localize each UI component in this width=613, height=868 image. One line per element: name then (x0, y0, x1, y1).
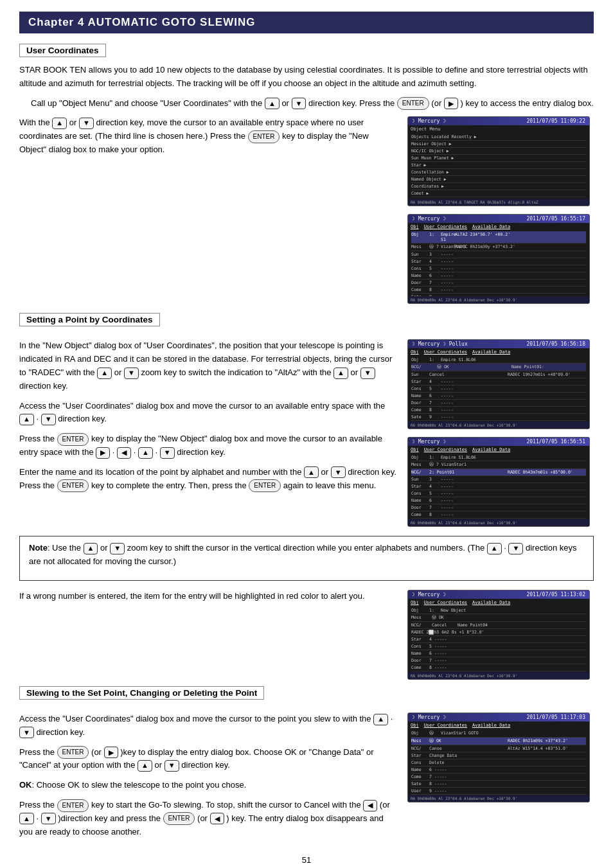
scope-row: Mess Ⓦ OK (411, 614, 586, 622)
key-left-1: ◀ (117, 447, 131, 459)
note-box: Note: Use the ▲ or ▼ zoom key to shift t… (19, 536, 594, 581)
key-up-6: ▲ (138, 447, 153, 459)
scope-row: Coordinates ▶ (411, 183, 586, 190)
note-col-left: If a wrong number is entered, the item f… (19, 590, 397, 680)
scope-menu-1: Object Menu (408, 127, 589, 132)
scope-row: Cons Delete (411, 759, 586, 766)
scope-row: Mess Ⓦ 7 VizanStar1 (411, 461, 586, 469)
para-sp-1: In the "New Object" dialog box of "User … (19, 339, 397, 393)
menu-item-object: Object Menu (411, 127, 440, 132)
para-uc-1: STAR BOOK TEN allows you to add 10 new o… (19, 64, 594, 91)
para-note-extra: If a wrong number is entered, the item f… (19, 590, 397, 603)
scope-row-h: Obj 1: Empire S1 ALTAZ 234°50.7' +00.2' (411, 231, 586, 244)
setting-col-left-1: In the "New Object" dialog box of "User … (19, 339, 397, 527)
scope-row: NCG/ Ⓦ OK Name Point01: (411, 364, 586, 371)
scope-row: Sun Cancel RADEC 19h27m01s +40°09.0' (411, 371, 586, 378)
key-down-2: ▼ (79, 118, 94, 129)
key-right-2: ▶ (96, 447, 110, 459)
key-up-3: ▲ (97, 368, 112, 379)
para-sp-4: Enter the name and its location of the p… (19, 466, 397, 493)
section-user-coordinates: User Coordinates STAR BOOK TEN allows yo… (19, 44, 594, 304)
scope-row: NCG/ Canoe AltAz W15°14.4 +83°51.0' (411, 745, 586, 752)
key-up-s: ▲ (373, 714, 388, 725)
scope-row: Star4----- (411, 378, 586, 385)
scope-row: Obj 1: Empire S1.BL06 (411, 454, 586, 461)
scope-row: Objects Located Recently ▶ (411, 134, 586, 141)
page: Chapter 4 AUTOMATIC GOTO SLEWING User Co… (0, 0, 613, 868)
para-sl-2: Press the ENTER (or ▶ )key to display th… (19, 746, 397, 773)
key-down-1: ▼ (292, 98, 306, 109)
scope-row: Door7----- (411, 279, 586, 287)
key-enter-4: ENTER (57, 479, 89, 492)
scope-row: Obj Ⓦ VizanStar1 GOTO (411, 730, 586, 738)
scope-row: Door7----- (411, 400, 586, 407)
scope-title-bar-6: ☽ Mercury ☽ 2011/07/05 11:17:03 (408, 713, 589, 722)
scope-row: Star ▶ (411, 162, 586, 169)
scope-bottom-1: RA 0h00m00s Al 23°04.6 TARGET RA 0h36m37… (408, 199, 589, 206)
key-enter-5: ENTER (249, 479, 281, 492)
scope-bottom-6: RA 0h00m00s Al 23°04.6 Aldebaran Dec +16… (408, 795, 589, 802)
scope-row: Come8----- (411, 407, 586, 414)
scope-row: Comet ▶ (411, 190, 586, 197)
section-slewing: Slewing to the Set Point, Changing or De… (19, 686, 594, 845)
para-uc-3: With the ▲ or ▼ direction key, move the … (19, 116, 397, 156)
scope-row: Obj 1: Empire S1.BL06 (411, 357, 586, 364)
scope-row: Messier Object ▶ (411, 141, 586, 148)
key-enter-s2: ENTER (57, 799, 89, 812)
scope-row: Sate9----- (411, 414, 586, 421)
slewing-two-col: Access the "User Coordinates" dialog box… (19, 713, 594, 845)
scope-screen-6: ☽ Mercury ☽ 2011/07/05 11:17:03 Obj User… (407, 713, 590, 802)
setting-col-right-1: ☽ Mercury ☽ Pollux 2011/07/05 16:56:18 O… (407, 339, 594, 527)
scope-row: Mess Ⓦ 7 VizanStar1 RADEC 0h21m30y +37°4… (411, 244, 586, 251)
scope-screen-3: ☽ Mercury ☽ Pollux 2011/07/05 16:56:18 O… (407, 339, 590, 429)
key-left-s2: ◀ (210, 813, 224, 824)
scope-row: NCG/ Cancel Name Point04 (411, 622, 586, 629)
para-uc-2: Call up "Object Menu" and choose "User C… (31, 97, 594, 111)
scope-row: Constellation ▶ (411, 169, 586, 176)
scope-menu-2: Obj User Coordinates Available Data (408, 224, 589, 229)
scope-title-bar-2: ☽ Mercury ☽ 2011/07/05 16:55:17 (408, 215, 589, 223)
scope-row: NGC/IC Object ▶ (411, 148, 586, 155)
uc-col-left: With the ▲ or ▼ direction key, move the … (19, 116, 397, 304)
para-sl-ok: OK: Choose OK to slew the telescope to t… (19, 779, 397, 792)
key-enter-3: ENTER (57, 433, 89, 446)
scope-title-bar-1: ☽ Mercury ☽ 2011/07/05 11:09:22 (408, 117, 589, 125)
chapter-title: Chapter 4 AUTOMATIC GOTO SLEWING (28, 16, 255, 28)
section-title-slewing: Slewing to the Set Point, Changing or De… (19, 686, 264, 700)
scope-table-1: Objects Located Recently ▶ Messier Objec… (408, 134, 589, 206)
scope-row: Cons5 ----- (411, 643, 586, 650)
key-down-n: ▼ (110, 543, 125, 554)
chapter-header: Chapter 4 AUTOMATIC GOTO SLEWING (19, 12, 594, 33)
note-col-right: ☽ Mercury ☽ 2011/07/05 11:13:02 Obj User… (407, 590, 594, 680)
uc-two-col: With the ▲ or ▼ direction key, move the … (19, 116, 594, 304)
scope-row-h: NCG/ 2: Point01 RADEC 0h43m7m01s +85°00.… (411, 469, 586, 476)
section-title-user-coordinates: User Coordinates (19, 44, 106, 57)
key-up-s3: ▲ (19, 813, 34, 824)
scope-row: Obj 1: New Object (411, 607, 586, 614)
scope-row: Name6 ----- (411, 650, 586, 657)
key-up-5: ▲ (19, 414, 34, 425)
key-down-s2: ▼ (164, 760, 179, 772)
key-down-n2: ▼ (508, 543, 523, 554)
note-two-col: If a wrong number is entered, the item f… (19, 590, 594, 680)
key-down-6: ▼ (160, 447, 175, 459)
key-right-1: ▶ (444, 98, 458, 109)
scope-row: Star Change Data (411, 752, 586, 759)
scope-row: Name6----- (411, 497, 586, 504)
key-enter-1: ENTER (397, 97, 429, 110)
scope-bottom-2: RA 0h00m00s Al 23°04.6 Aldebaran Dec +16… (408, 296, 589, 303)
para-sl-1: Access the "User Coordinates" dialog box… (19, 713, 397, 740)
scope-row: Sun3----- (411, 476, 586, 483)
scope-screen-5: ☽ Mercury ☽ 2011/07/05 11:13:02 Obj User… (407, 590, 590, 680)
scope-row: Door7 ----- (411, 657, 586, 664)
scope-row: Door7----- (411, 504, 586, 511)
key-up-4: ▲ (333, 368, 348, 379)
scope-row: Named Object ▶ (411, 176, 586, 183)
scope-bottom-5: RA 0h00m00s Al 23°04.6 Aldebaran Dec +16… (408, 672, 589, 679)
scope-bottom-4: RA 0h00m00s Al 23°04.6 Aldebaran Dec +16… (408, 519, 589, 526)
key-up-n: ▲ (84, 543, 98, 554)
key-down-s: ▼ (19, 727, 34, 738)
scope-row: Star4----- (411, 258, 586, 265)
scope-screen-2: ☽ Mercury ☽ 2011/07/05 16:55:17 Obj User… (407, 214, 590, 304)
scope-row: Cons5----- (411, 490, 586, 497)
